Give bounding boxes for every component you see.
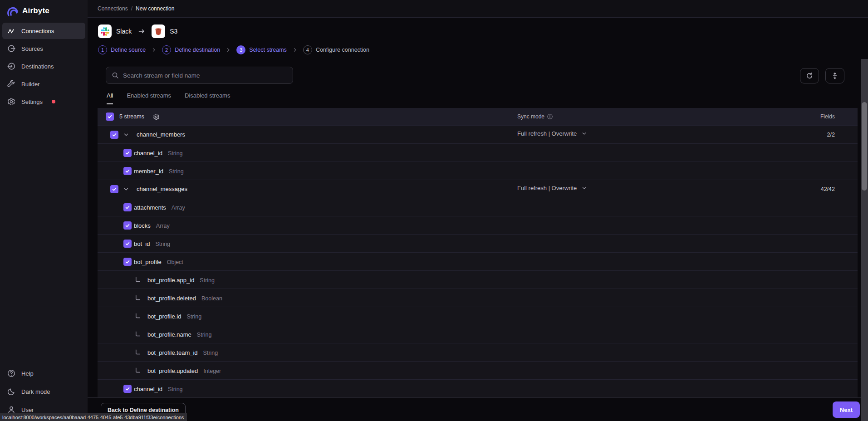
chevron-right-icon: [226, 47, 231, 53]
sidebar-item-label: Connections: [21, 28, 54, 34]
tab-all[interactable]: All: [107, 92, 113, 104]
connections-icon: [7, 27, 15, 35]
step-number: 3: [236, 45, 245, 54]
wizard-steps: 1 Define source 2 Define destination 3 S…: [98, 45, 369, 54]
select-all-checkbox[interactable]: [106, 113, 114, 121]
app-title: Airbyte: [22, 6, 49, 15]
nested-field-row: bot_profile.deletedBoolean: [98, 289, 858, 307]
stream-checkbox[interactable]: [110, 185, 118, 193]
field-checkbox[interactable]: [123, 167, 132, 175]
destination-name: S3: [170, 28, 177, 35]
sidebar-nav: Connections Sources Destinations: [0, 21, 88, 111]
sidebar-item-label: User: [21, 406, 34, 413]
nested-field-row: bot_profile.updatedInteger: [98, 361, 858, 379]
sidebar-item-help[interactable]: Help: [2, 365, 85, 382]
field-row: attachmentsArray: [98, 198, 858, 216]
sync-mode-select[interactable]: Full refresh | Overwrite: [517, 185, 587, 191]
connection-title: Slack S3: [98, 24, 177, 38]
field-row: member_idString: [98, 162, 858, 180]
breadcrumb-connections-link[interactable]: Connections: [98, 5, 128, 12]
step-label: Select streams: [249, 47, 287, 53]
refresh-schema-button[interactable]: [800, 68, 819, 83]
field-data-type: Integer: [203, 368, 221, 374]
field-checkbox[interactable]: [123, 240, 132, 248]
field-data-type: String: [168, 150, 183, 157]
sidebar-item-label: Dark mode: [21, 388, 50, 395]
field-name: bot_profile.team_idString: [147, 349, 218, 356]
step-define-source[interactable]: 1 Define source: [98, 45, 146, 54]
stream-checkbox[interactable]: [110, 131, 118, 139]
sidebar-item-sources[interactable]: Sources: [2, 40, 85, 57]
stream-row: channel_messages Full refresh | Overwrit…: [98, 180, 858, 198]
field-name: attachmentsArray: [134, 204, 185, 211]
tab-disabled-streams[interactable]: Disabled streams: [185, 92, 230, 104]
field-checkbox[interactable]: [123, 385, 132, 393]
step-define-destination[interactable]: 2 Define destination: [162, 45, 220, 54]
sidebar-item-builder[interactable]: Builder: [2, 76, 85, 92]
fields-count: 42/42: [821, 186, 835, 192]
chevron-down-icon[interactable]: [123, 186, 129, 192]
search-input[interactable]: [123, 67, 293, 83]
tab-enabled-streams[interactable]: Enabled streams: [127, 92, 171, 104]
nested-field-row: bot_profile.team_idString: [98, 343, 858, 361]
nested-field-row: bot_profile.app_idString: [98, 270, 858, 289]
stream-name: channel_members: [137, 131, 185, 138]
field-data-type: String: [168, 386, 183, 392]
stream-row: channel_members Full refresh | Overwrite…: [98, 125, 858, 143]
elbow-connector-icon: [134, 349, 141, 356]
moon-icon: [7, 387, 15, 396]
field-name: channel_idString: [134, 386, 183, 392]
streams-table-body: channel_members Full refresh | Overwrite…: [98, 125, 858, 397]
destinations-icon: [7, 62, 15, 70]
field-checkbox[interactable]: [123, 149, 132, 157]
sidebar-item-settings[interactable]: Settings: [2, 93, 85, 110]
field-data-type: String: [186, 313, 201, 320]
field-checkbox[interactable]: [123, 258, 132, 266]
airbyte-logo-icon: [6, 5, 18, 17]
s3-logo-icon: [152, 24, 165, 38]
field-name: bot_profile.updatedInteger: [147, 367, 221, 374]
sync-mode-header-label: Sync mode: [517, 113, 544, 120]
field-row: bot_idString: [98, 234, 858, 252]
field-data-type: String: [203, 350, 218, 356]
refresh-icon: [806, 72, 813, 79]
search-icon: [112, 72, 119, 79]
step-label: Define source: [111, 47, 146, 53]
elbow-connector-icon: [134, 276, 141, 283]
sync-mode-select[interactable]: Full refresh | Overwrite: [517, 130, 587, 137]
field-checkbox[interactable]: [123, 221, 132, 230]
breadcrumb-current: New connection: [136, 5, 174, 12]
step-configure-connection[interactable]: 4 Configure connection: [303, 45, 369, 54]
stream-name: channel_messages: [137, 186, 187, 192]
scrollbar-track[interactable]: [861, 59, 868, 421]
sidebar-item-dark-mode[interactable]: Dark mode: [2, 383, 85, 400]
scrollbar-thumb[interactable]: [862, 102, 867, 191]
airbyte-logo[interactable]: Airbyte: [0, 0, 88, 17]
breadcrumb: Connections / New connection: [88, 0, 868, 18]
builder-icon: [7, 80, 15, 88]
field-row: channel_idString: [98, 143, 858, 162]
sidebar-item-destinations[interactable]: Destinations: [2, 58, 85, 74]
step-number: 1: [98, 45, 107, 54]
field-checkbox[interactable]: [123, 203, 132, 211]
next-button[interactable]: Next: [833, 401, 860, 418]
field-name: bot_profile.app_idString: [147, 277, 215, 284]
step-label: Define destination: [175, 47, 220, 53]
stream-filter-tabs: All Enabled streams Disabled streams: [107, 92, 230, 104]
expand-collapse-all-button[interactable]: [825, 68, 844, 83]
sidebar-item-connections[interactable]: Connections: [2, 23, 85, 39]
nested-field-row: bot_profile.idString: [98, 307, 858, 325]
streams-table-header: 5 streams Sync mode Fields: [98, 108, 858, 125]
field-name: bot_idString: [134, 240, 170, 247]
gear-icon[interactable]: [153, 113, 160, 120]
status-url-bar: localhost:8000/workspaces/aa0baaad-4475-…: [0, 413, 187, 421]
elbow-connector-icon: [134, 313, 141, 319]
stream-search: [106, 67, 293, 84]
chevron-down-icon[interactable]: [123, 132, 129, 138]
step-select-streams[interactable]: 3 Select streams: [236, 45, 287, 54]
info-icon[interactable]: [547, 114, 553, 119]
field-data-type: Object: [167, 259, 183, 265]
field-data-type: String: [169, 168, 184, 175]
field-row: channel_idString: [98, 379, 858, 397]
source-name: Slack: [116, 28, 132, 35]
